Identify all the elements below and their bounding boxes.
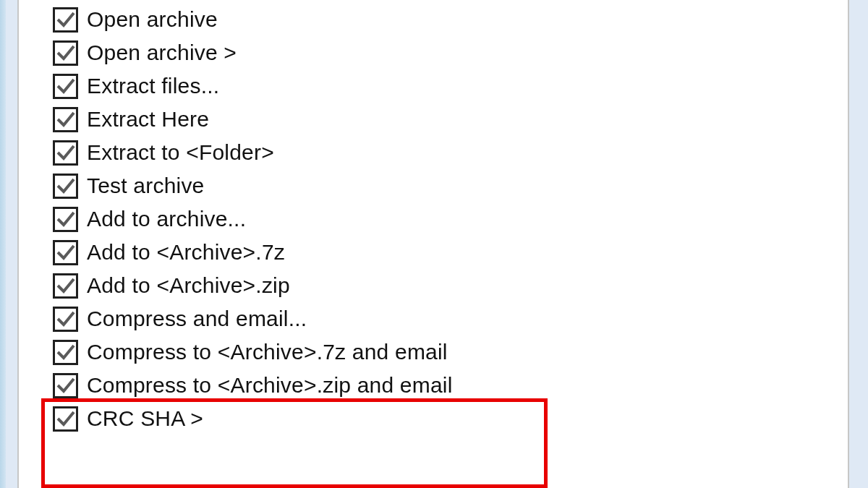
list-item: Compress to <Archive>.7z and email: [53, 335, 848, 369]
window-chrome: Open archive Open archive > Extract file…: [0, 0, 868, 488]
window-border-accent: [0, 0, 6, 488]
item-label: Extract Here: [87, 107, 209, 132]
item-label: Compress and email...: [87, 307, 307, 331]
item-label: Add to <Archive>.7z: [87, 240, 285, 265]
checkbox-add-to-archive-7z[interactable]: [53, 240, 78, 265]
checkbox-compress-zip-and-email[interactable]: [53, 373, 78, 398]
list-item: Extract Here: [53, 103, 848, 136]
list-item: Test archive: [53, 169, 848, 202]
item-label: Extract to <Folder>: [87, 140, 274, 165]
check-icon: [56, 176, 76, 196]
checkbox-add-to-archive-zip[interactable]: [53, 273, 78, 299]
item-label: Compress to <Archive>.zip and email: [87, 373, 453, 398]
list-item: Extract to <Folder>: [53, 136, 848, 169]
context-menu-items-list: Open archive Open archive > Extract file…: [19, 0, 848, 488]
check-icon: [56, 76, 76, 96]
check-icon: [56, 9, 76, 30]
list-item: CRC SHA >: [53, 402, 848, 435]
check-icon: [56, 43, 76, 63]
item-label: CRC SHA >: [87, 406, 203, 431]
item-label: Add to archive...: [87, 207, 246, 231]
item-label: Open archive: [87, 7, 218, 32]
list-item: Compress and email...: [53, 302, 848, 335]
check-icon: [56, 309, 76, 329]
list-item: Open archive >: [53, 36, 848, 69]
check-icon: [56, 242, 76, 262]
checkbox-open-archive-submenu[interactable]: [53, 40, 78, 66]
options-panel: Open archive Open archive > Extract file…: [17, 0, 849, 488]
check-icon: [56, 209, 76, 229]
check-icon: [56, 342, 76, 362]
checkbox-add-to-archive[interactable]: [53, 207, 78, 232]
checkbox-open-archive[interactable]: [53, 7, 78, 33]
check-icon: [56, 375, 76, 395]
list-item: Open archive: [53, 3, 848, 36]
checkbox-extract-here[interactable]: [53, 107, 78, 132]
checkbox-test-archive[interactable]: [53, 174, 78, 199]
list-item: Add to <Archive>.7z: [53, 236, 848, 269]
item-label: Compress to <Archive>.7z and email: [87, 340, 448, 364]
item-label: Add to <Archive>.zip: [87, 273, 290, 298]
item-label: Extract files...: [87, 74, 219, 98]
check-icon: [56, 275, 76, 296]
item-label: Test archive: [87, 174, 204, 198]
checkbox-extract-files[interactable]: [53, 74, 78, 99]
checkbox-crc-sha[interactable]: [53, 406, 78, 432]
list-item: Compress to <Archive>.zip and email: [53, 369, 848, 402]
checkbox-compress-7z-and-email[interactable]: [53, 340, 78, 365]
check-icon: [56, 408, 76, 429]
checkbox-compress-and-email[interactable]: [53, 307, 78, 332]
check-icon: [56, 109, 76, 129]
list-item: Add to archive...: [53, 202, 848, 236]
check-icon: [56, 142, 76, 163]
list-item: Add to <Archive>.zip: [53, 269, 848, 302]
checkbox-extract-to-folder[interactable]: [53, 140, 78, 166]
item-label: Open archive >: [87, 40, 237, 65]
list-item: Extract files...: [53, 69, 848, 103]
